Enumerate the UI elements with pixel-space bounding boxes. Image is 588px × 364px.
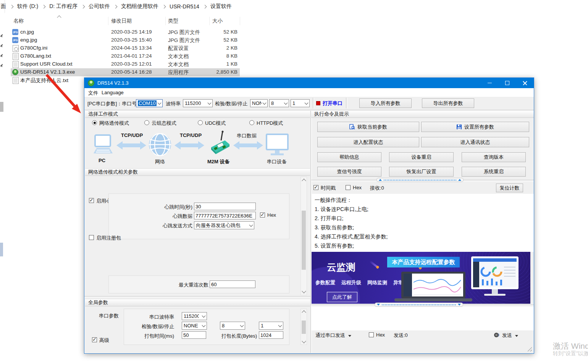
radio-httpd-label[interactable]: HTTPD模式 — [257, 120, 283, 127]
table-row[interactable]: JPG eng.jpg 2020-03-25 15:40 JPG 图片文件 52… — [11, 36, 240, 44]
column-divider[interactable] — [108, 17, 108, 25]
query-version-button[interactable]: 查询版本 — [462, 152, 526, 162]
device-restart-button[interactable]: 设备重启 — [389, 152, 454, 162]
menu-language[interactable]: Language — [102, 90, 124, 95]
heartbeat-checkbox[interactable] — [89, 198, 94, 203]
collapse-handle-up[interactable] — [376, 178, 464, 182]
learn-more-button[interactable]: 点此了解 — [327, 292, 357, 302]
global-parity-select[interactable]: NONE — [182, 322, 207, 330]
radio-cloud-scada-mode[interactable] — [144, 120, 149, 125]
maximize-button[interactable] — [499, 78, 516, 88]
breadcrumb-item-usrdr514[interactable]: USR-DR514 — [170, 3, 199, 10]
scroll-down-icon[interactable] — [302, 289, 306, 293]
column-header-size[interactable]: 大小 — [212, 18, 223, 24]
radio-net-transparent-label[interactable]: 网络透传模式 — [99, 120, 129, 127]
table-row-selected[interactable]: USR-DR514 V2.1.3.exe 2020-05-14 16:28 应用… — [11, 68, 240, 76]
breadcrumb-item-company[interactable]: 公司软件 — [89, 3, 110, 10]
global-stopbits-select[interactable]: 1 — [259, 322, 283, 330]
signal-strength-button[interactable]: 查信号强度 — [317, 167, 381, 177]
help-button[interactable]: 帮助信息 — [317, 152, 381, 162]
pack-time-input[interactable] — [182, 331, 206, 339]
column-divider[interactable] — [209, 17, 210, 25]
save-icon — [456, 124, 462, 130]
menu-file[interactable]: 文件 — [88, 90, 98, 97]
export-params-button[interactable]: 导出所有参数 — [422, 98, 474, 108]
port-select[interactable]: COM10 — [136, 99, 163, 107]
parity-select[interactable]: NONE — [250, 99, 268, 107]
radio-httpd-mode[interactable] — [249, 120, 254, 125]
panel-splitter[interactable] — [84, 296, 310, 298]
import-params-button[interactable]: 导入所有参数 — [359, 98, 412, 108]
reconnect-input[interactable] — [210, 280, 255, 288]
send-hex-checkbox[interactable] — [369, 332, 374, 337]
column-header-date[interactable]: 修改日期 — [111, 18, 132, 24]
jpg-file-icon: JPG — [12, 37, 18, 43]
advanced-label[interactable]: 高级 — [99, 337, 109, 344]
reset-count-button[interactable]: 复位计数 — [496, 184, 523, 192]
baud-select[interactable]: 115200 — [183, 99, 213, 107]
dr514-window: DR514 V2.1.3 文件 Language [PC串口参数]：串口号 CO… — [84, 77, 534, 354]
advanced-checkbox[interactable] — [92, 337, 97, 342]
enter-config-button[interactable]: 进入配置状态 — [317, 137, 419, 147]
send-hex-label[interactable]: Hex — [376, 332, 385, 338]
table-row[interactable]: G780Lang.txt 2021-04-01 17:24 文本文档 8 KB — [11, 52, 240, 60]
enter-comm-button[interactable]: 进入通讯状态 — [421, 137, 529, 147]
send-via-dropdown[interactable]: 通过串口发送 — [315, 332, 351, 339]
set-params-label: 设置所有参数 — [464, 124, 494, 130]
minimize-button[interactable] — [481, 78, 498, 88]
hb-mode-select[interactable]: 向服务器发送心跳包 — [194, 221, 254, 229]
radio-cloud-scada-label[interactable]: 云组态模式 — [152, 120, 176, 127]
nav-scrollbar-fragment[interactable] — [0, 102, 3, 112]
column-header-type[interactable]: 类型 — [168, 18, 178, 24]
radio-net-transparent-mode[interactable] — [92, 120, 97, 125]
timestamp-checkbox[interactable] — [313, 185, 318, 190]
send-button[interactable]: 发送 — [502, 332, 518, 339]
hb-time-input[interactable] — [194, 203, 256, 210]
scroll-up-icon[interactable] — [302, 310, 306, 314]
table-row[interactable]: G780Cfg.ini 2024-04-15 13:34 配置设置 2 KB — [11, 44, 240, 52]
set-params-button[interactable]: 设置所有参数 — [421, 122, 529, 132]
nav-scrollbar-fragment[interactable] — [0, 243, 3, 256]
hb-hex-label[interactable]: Hex — [267, 212, 276, 218]
column-divider[interactable] — [165, 17, 166, 25]
cloud-monitor-banner[interactable]: 云监测 本产品支持远程配置参数 参数配置 远程升级 网络监测 异常报警 点此了解 — [312, 252, 530, 304]
databits-select[interactable]: 8 — [269, 99, 289, 107]
factory-reset-button[interactable]: 恢复出厂设置 — [389, 167, 454, 177]
scrollbar-thumb[interactable] — [302, 211, 306, 270]
open-port-button[interactable]: 打开串口 — [323, 100, 342, 107]
breadcrumb-item-work[interactable]: D: 工作程序 — [49, 3, 78, 10]
scroll-down-icon[interactable] — [302, 339, 306, 343]
breadcrumb-item-partial[interactable]: 面 — [1, 3, 6, 10]
hb-data-input[interactable] — [194, 212, 256, 219]
radio-udc-label[interactable]: UDC模式 — [205, 120, 226, 127]
breadcrumb-item-setup[interactable]: 设置软件 — [210, 3, 232, 10]
global-params-scrollbar[interactable] — [300, 309, 307, 345]
net-params-scrollbar[interactable] — [300, 177, 307, 295]
recv-hex-label[interactable]: Hex — [353, 185, 362, 190]
file-date: 2020-05-14 16:28 — [111, 69, 152, 75]
get-params-button[interactable]: 获取当前参数 — [317, 122, 419, 132]
radio-udc-mode[interactable] — [198, 120, 203, 125]
window-titlebar[interactable]: DR514 V2.1.3 — [84, 78, 534, 88]
close-button[interactable] — [516, 78, 533, 88]
hb-hex-checkbox[interactable] — [260, 213, 265, 217]
register-label[interactable]: 启用注册包 — [96, 235, 121, 242]
breadcrumb-item-docs[interactable]: 文档组使用软件 — [121, 3, 158, 10]
register-checkbox[interactable] — [89, 235, 94, 240]
breadcrumb-item-drive[interactable]: 软件 (D:) — [17, 3, 38, 10]
audio-send-icon — [494, 332, 500, 338]
column-header-name[interactable]: 名称 — [13, 18, 24, 24]
scrollbar-thumb[interactable] — [302, 321, 306, 334]
column-divider[interactable] — [240, 17, 240, 25]
global-databits-select[interactable]: 8 — [220, 322, 245, 330]
stopbits-select[interactable]: 1 — [291, 99, 310, 107]
resize-grip[interactable] — [527, 347, 532, 351]
scroll-up-icon[interactable] — [302, 179, 306, 183]
timestamp-label[interactable]: 时间戳 — [321, 185, 336, 192]
table-row[interactable]: Support USR Cloud.txt 2020-03-25 12:01 文… — [11, 60, 240, 68]
global-baud-select[interactable]: 115200 — [182, 312, 207, 320]
system-restart-button[interactable]: 系统重启 — [462, 167, 526, 177]
pack-len-input[interactable] — [259, 331, 283, 339]
table-row[interactable]: JPG cn.jpg 2020-03-25 14:19 JPG 图片文件 52 … — [11, 28, 240, 36]
recv-hex-checkbox[interactable] — [346, 185, 351, 190]
